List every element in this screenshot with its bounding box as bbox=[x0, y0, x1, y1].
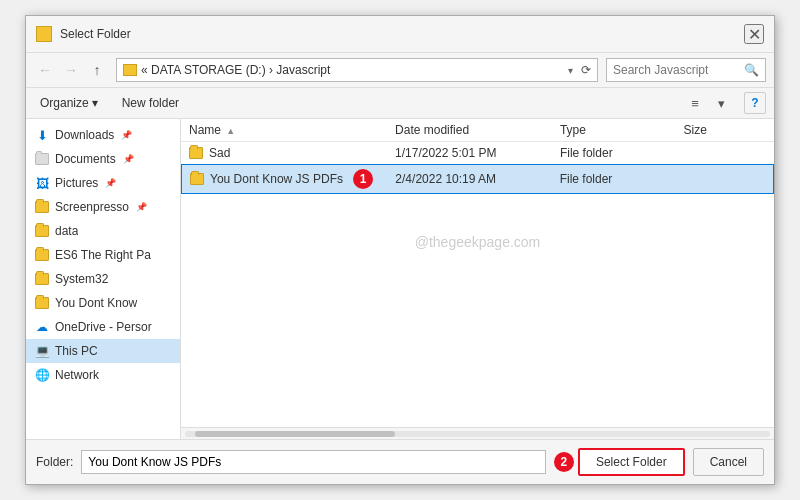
youdontknow-folder-icon bbox=[34, 295, 50, 311]
organize-arrow-icon: ▾ bbox=[92, 96, 98, 110]
file-row-sad[interactable]: Sad 1/17/2022 5:01 PM File folder bbox=[181, 142, 774, 164]
view-buttons: ≡ ▾ bbox=[684, 92, 732, 114]
sidebar-item-system32[interactable]: System32 bbox=[26, 267, 180, 291]
back-button[interactable]: ← bbox=[34, 59, 56, 81]
sidebar-label-pictures: Pictures bbox=[55, 176, 98, 190]
file-date-sad: 1/17/2022 5:01 PM bbox=[395, 146, 560, 160]
sidebar-item-documents[interactable]: Documents 📌 bbox=[26, 147, 180, 171]
col-header-date[interactable]: Date modified bbox=[395, 123, 560, 137]
file-name-youdontknowjspdfs: You Dont Know JS PDFs 1 bbox=[190, 169, 395, 189]
thispc-icon: 💻 bbox=[34, 343, 50, 359]
col-header-name[interactable]: Name ▲ bbox=[189, 123, 395, 137]
address-folder-icon bbox=[123, 64, 137, 76]
sidebar-item-onedrive[interactable]: ☁ OneDrive - Persor bbox=[26, 315, 180, 339]
sidebar-label-documents: Documents bbox=[55, 152, 116, 166]
forward-button[interactable]: → bbox=[60, 59, 82, 81]
organize-label: Organize bbox=[40, 96, 89, 110]
sidebar-item-thispc[interactable]: 💻 This PC bbox=[26, 339, 180, 363]
title-bar-left: Select Folder bbox=[36, 26, 131, 42]
address-path: « DATA STORAGE (D:) › Javascript bbox=[141, 63, 564, 77]
footer: Folder: 2 Select Folder Cancel bbox=[26, 439, 774, 484]
file-list: Sad 1/17/2022 5:01 PM File folder You Do… bbox=[181, 142, 774, 427]
cancel-button[interactable]: Cancel bbox=[693, 448, 764, 476]
documents-icon bbox=[34, 151, 50, 167]
refresh-button[interactable]: ⟳ bbox=[581, 63, 591, 77]
scrollbar-area[interactable] bbox=[181, 427, 774, 439]
search-input[interactable] bbox=[613, 63, 744, 77]
sidebar-label-downloads: Downloads bbox=[55, 128, 114, 142]
sad-folder-icon bbox=[189, 147, 203, 159]
view-icon-button[interactable]: ≡ bbox=[684, 92, 706, 114]
sidebar-item-pictures[interactable]: 🖼 Pictures 📌 bbox=[26, 171, 180, 195]
sidebar: ⬇ Downloads 📌 Documents 📌 🖼 bbox=[26, 119, 181, 439]
youdontknowjspdfs-folder-icon bbox=[190, 173, 204, 185]
sort-arrow-icon: ▲ bbox=[226, 126, 235, 136]
sidebar-item-screenpresso[interactable]: Screenpresso 📌 bbox=[26, 195, 180, 219]
network-icon: 🌐 bbox=[34, 367, 50, 383]
pin-icon-documents: 📌 bbox=[123, 154, 134, 164]
view-dropdown-button[interactable]: ▾ bbox=[710, 92, 732, 114]
organize-button[interactable]: Organize ▾ bbox=[34, 93, 104, 113]
es6-folder-icon bbox=[34, 247, 50, 263]
file-name-sad: Sad bbox=[189, 146, 395, 160]
system32-folder-icon bbox=[34, 271, 50, 287]
dialog-title: Select Folder bbox=[60, 27, 131, 41]
pin-icon-pictures: 📌 bbox=[105, 178, 116, 188]
up-button[interactable]: ↑ bbox=[86, 59, 108, 81]
screenpresso-folder-icon bbox=[34, 199, 50, 215]
sidebar-item-data[interactable]: data bbox=[26, 219, 180, 243]
sidebar-label-es6: ES6 The Right Pa bbox=[55, 248, 151, 262]
folder-label: Folder: bbox=[36, 455, 73, 469]
search-bar[interactable]: 🔍 bbox=[606, 58, 766, 82]
data-folder-icon bbox=[34, 223, 50, 239]
search-icon: 🔍 bbox=[744, 63, 759, 77]
pin-icon-downloads: 📌 bbox=[121, 130, 132, 140]
nav-bar: ← → ↑ « DATA STORAGE (D:) › Javascript ▾… bbox=[26, 53, 774, 88]
select-folder-dialog: Select Folder ✕ ← → ↑ « DATA STORAGE (D:… bbox=[25, 15, 775, 485]
sidebar-label-youdontknow: You Dont Know bbox=[55, 296, 137, 310]
pin-icon-screenpresso: 📌 bbox=[136, 202, 147, 212]
scrollbar-thumb[interactable] bbox=[195, 431, 395, 437]
file-row-youdontknowjspdfs[interactable]: You Dont Know JS PDFs 1 2/4/2022 10:19 A… bbox=[181, 164, 774, 194]
toolbar: Organize ▾ New folder ≡ ▾ ? bbox=[26, 88, 774, 119]
sidebar-item-es6[interactable]: ES6 The Right Pa bbox=[26, 243, 180, 267]
file-date-youdontknowjspdfs: 2/4/2022 10:19 AM bbox=[395, 172, 559, 186]
sidebar-label-system32: System32 bbox=[55, 272, 108, 286]
file-area: Name ▲ Date modified Type Size bbox=[181, 119, 774, 439]
address-bar[interactable]: « DATA STORAGE (D:) › Javascript ▾ ⟳ bbox=[116, 58, 598, 82]
watermark: @thegeekpage.com bbox=[181, 194, 774, 290]
scrollbar-track[interactable] bbox=[185, 431, 770, 437]
badge-2: 2 bbox=[554, 452, 574, 472]
main-content: ⬇ Downloads 📌 Documents 📌 🖼 bbox=[26, 119, 774, 439]
address-dropdown-icon: ▾ bbox=[568, 65, 573, 76]
title-bar: Select Folder ✕ bbox=[26, 16, 774, 53]
file-type-sad: File folder bbox=[560, 146, 684, 160]
file-header: Name ▲ Date modified Type Size bbox=[181, 119, 774, 142]
col-header-size[interactable]: Size bbox=[684, 123, 766, 137]
sidebar-label-thispc: This PC bbox=[55, 344, 98, 358]
folder-input[interactable] bbox=[81, 450, 546, 474]
badge-1: 1 bbox=[353, 169, 373, 189]
sidebar-item-youdontknow[interactable]: You Dont Know bbox=[26, 291, 180, 315]
sidebar-label-network: Network bbox=[55, 368, 99, 382]
col-header-type[interactable]: Type bbox=[560, 123, 684, 137]
close-button[interactable]: ✕ bbox=[744, 24, 764, 44]
sidebar-item-network[interactable]: 🌐 Network bbox=[26, 363, 180, 387]
sidebar-label-onedrive: OneDrive - Persor bbox=[55, 320, 152, 334]
help-button[interactable]: ? bbox=[744, 92, 766, 114]
pictures-icon: 🖼 bbox=[34, 175, 50, 191]
new-folder-button[interactable]: New folder bbox=[116, 93, 185, 113]
dialog-icon bbox=[36, 26, 52, 42]
new-folder-label: New folder bbox=[122, 96, 179, 110]
onedrive-icon: ☁ bbox=[34, 319, 50, 335]
download-icon: ⬇ bbox=[34, 127, 50, 143]
sidebar-item-downloads[interactable]: ⬇ Downloads 📌 bbox=[26, 123, 180, 147]
sidebar-label-data: data bbox=[55, 224, 78, 238]
sidebar-label-screenpresso: Screenpresso bbox=[55, 200, 129, 214]
select-folder-button[interactable]: Select Folder bbox=[578, 448, 685, 476]
file-type-youdontknowjspdfs: File folder bbox=[560, 172, 683, 186]
